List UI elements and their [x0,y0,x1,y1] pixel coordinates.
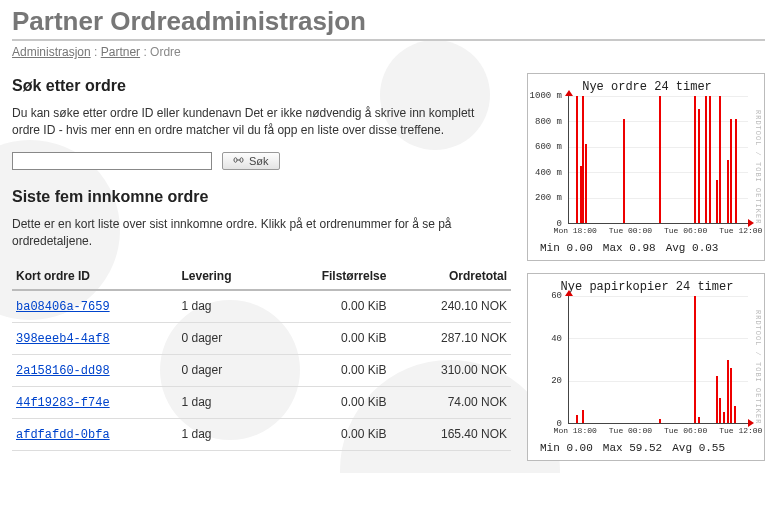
order-total: 240.10 NOK [390,290,511,323]
table-row: afdfafdd-0bfa1 dag0.00 KiB165.40 NOK [12,418,511,450]
breadcrumb-current: Ordre [150,45,181,59]
table-row: ba08406a-76591 dag0.00 KiB240.10 NOK [12,290,511,323]
order-total: 287.10 NOK [390,322,511,354]
order-link[interactable]: 2a158160-dd98 [16,364,110,378]
chart-orders24: Nye ordre 24 timerRRDTOOL / TOBI OETIKER… [527,73,765,261]
search-input[interactable] [12,152,212,170]
search-heading: Søk etter ordre [12,77,511,95]
order-delivery: 0 dager [178,322,272,354]
y-axis-ticks: 0200 m400 m600 m800 m1000 m [534,96,566,224]
order-size: 0.00 KiB [272,418,390,450]
order-link[interactable]: 398eeeb4-4af8 [16,332,110,346]
order-total: 74.00 NOK [390,386,511,418]
chart-stats: Min 0.00Max 59.52Avg 0.55 [534,442,760,454]
table-row: 2a158160-dd980 dager0.00 KiB310.00 NOK [12,354,511,386]
col-total: Ordretotal [390,263,511,290]
search-intro: Du kan søke etter ordre ID eller kundena… [12,105,492,140]
chart-stats: Min 0.00Max 0.98Avg 0.03 [534,242,760,254]
x-axis-ticks: Mon 18:00Tue 00:00Tue 06:00Tue 12:00 [568,226,748,238]
order-total: 310.00 NOK [390,354,511,386]
search-icon [233,155,245,167]
search-button-label: Søk [249,155,269,167]
order-delivery: 1 dag [178,290,272,323]
order-delivery: 0 dager [178,354,272,386]
breadcrumb: Administrasjon : Partner : Ordre [12,45,765,59]
order-total: 165.40 NOK [390,418,511,450]
order-delivery: 1 dag [178,386,272,418]
order-link[interactable]: afdfafdd-0bfa [16,428,110,442]
breadcrumb-partner[interactable]: Partner [101,45,140,59]
recent-intro: Dette er en kort liste over sist innkomn… [12,216,492,251]
x-axis-ticks: Mon 18:00Tue 00:00Tue 06:00Tue 12:00 [568,426,748,438]
breadcrumb-admin[interactable]: Administrasjon [12,45,91,59]
y-axis-ticks: 0204060 [534,296,566,424]
col-delivery: Levering [178,263,272,290]
order-size: 0.00 KiB [272,386,390,418]
order-link[interactable]: ba08406a-7659 [16,300,110,314]
table-row: 398eeeb4-4af80 dager0.00 KiB287.10 NOK [12,322,511,354]
col-size: Filstørrelse [272,263,390,290]
chart-plot [568,96,748,224]
order-delivery: 1 dag [178,418,272,450]
page-title: Partner Ordreadministrasjon [12,6,765,41]
orders-table: Kort ordre ID Levering Filstørrelse Ordr… [12,263,511,451]
recent-heading: Siste fem innkomne ordre [12,188,511,206]
order-size: 0.00 KiB [272,290,390,323]
search-button[interactable]: Søk [222,152,280,170]
table-row: 44f19283-f74e1 dag0.00 KiB74.00 NOK [12,386,511,418]
col-id: Kort ordre ID [12,263,178,290]
chart-plot [568,296,748,424]
order-size: 0.00 KiB [272,354,390,386]
order-size: 0.00 KiB [272,322,390,354]
order-link[interactable]: 44f19283-f74e [16,396,110,410]
chart-papercopies24: Nye papirkopier 24 timerRRDTOOL / TOBI O… [527,273,765,461]
